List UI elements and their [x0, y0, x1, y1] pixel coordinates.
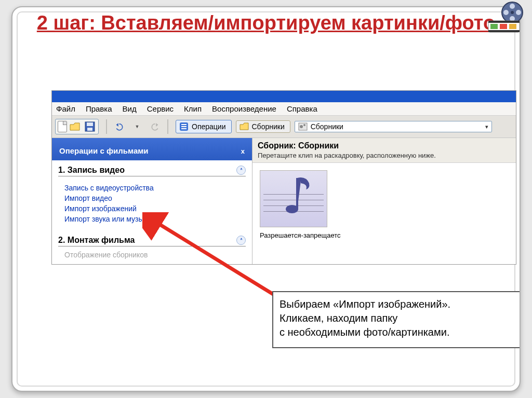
link-import-video[interactable]: Импорт видео: [64, 194, 240, 202]
section-label: Запись видео: [68, 166, 125, 174]
app-menubar: Файл Правка Вид Сервис Клип Воспроизведе…: [52, 102, 516, 116]
menu-edit[interactable]: Правка: [86, 104, 112, 113]
close-icon[interactable]: x: [241, 147, 245, 155]
svg-point-8: [300, 125, 303, 128]
menu-play[interactable]: Воспроизведение: [212, 104, 276, 113]
section-num-2: 2.: [58, 236, 65, 244]
svg-rect-20: [488, 21, 520, 23]
menu-clip[interactable]: Клип: [184, 104, 202, 113]
svg-point-14: [510, 4, 515, 9]
svg-rect-5: [181, 126, 187, 127]
svg-rect-11: [296, 178, 298, 209]
callout-line-2: Кликаем, находим папку: [280, 311, 514, 325]
collections-label: Сборники: [252, 122, 285, 131]
svg-rect-4: [181, 124, 187, 125]
collapse-icon-2[interactable]: ˄: [236, 236, 246, 245]
app-body: Операции с фильмами x 1. Запись видео ˄ …: [52, 138, 516, 264]
undo-dropdown-icon[interactable]: ▼: [131, 120, 143, 133]
svg-rect-6: [181, 128, 187, 129]
music-note-icon: [285, 174, 311, 215]
tasks-label: Операции: [192, 122, 226, 131]
svg-rect-21: [488, 30, 520, 32]
menu-file[interactable]: Файл: [56, 104, 75, 113]
link-import-images[interactable]: Импорт изображений: [64, 204, 240, 213]
tasks-pane: Операции с фильмами x 1. Запись видео ˄ …: [52, 138, 252, 264]
menu-tools[interactable]: Сервис: [147, 104, 174, 113]
app-toolbar: ▼ Операции Сборники Сборники ▾: [52, 116, 516, 138]
save-icon[interactable]: [84, 120, 96, 133]
link-import-audio[interactable]: Импорт звука или музыки: [64, 215, 240, 223]
svg-rect-24: [509, 24, 516, 29]
movie-maker-logo-icon: [486, 1, 527, 33]
music-clip-thumb[interactable]: [260, 170, 327, 227]
chevron-down-icon: ▾: [485, 123, 488, 130]
collapse-icon[interactable]: ˄: [236, 166, 246, 175]
section-num: 1.: [58, 166, 65, 174]
tasks-button[interactable]: Операции: [176, 120, 232, 133]
slide-title: 2 шаг: Вставляем/импортируем картинки/фо…: [12, 7, 520, 40]
collection-header: Сборник: Сборники Перетащите клип на рас…: [252, 138, 516, 163]
svg-rect-1: [87, 122, 93, 126]
tasks-list-icon: [179, 122, 189, 131]
svg-rect-22: [490, 24, 498, 29]
svg-rect-2: [87, 128, 92, 131]
collections-button[interactable]: Сборники: [236, 120, 290, 133]
link-capture-device[interactable]: Запись с видеоустройства: [64, 184, 240, 192]
task-section-edit: 2. Монтаж фильма ˄ Отображение сборников: [52, 235, 252, 264]
menu-view[interactable]: Вид: [123, 104, 137, 113]
collection-pane: Сборник: Сборники Перетащите клип на рас…: [252, 138, 516, 264]
svg-rect-23: [500, 24, 507, 29]
task-section-title-2: 2. Монтаж фильма ˄: [58, 236, 246, 246]
menu-help[interactable]: Справка: [287, 104, 317, 113]
tasks-pane-header: Операции с фильмами x: [52, 138, 252, 160]
instruction-callout: Выбираем «Импорт изображений». Кликаем, …: [272, 291, 521, 348]
redo-icon[interactable]: [148, 120, 160, 133]
svg-point-17: [503, 10, 509, 15]
film-roll-icon: [298, 122, 308, 131]
combo-value: Сборники: [311, 122, 343, 131]
svg-point-18: [511, 11, 514, 14]
slide-frame: 2 шаг: Вставляем/импортируем картинки/фо…: [11, 6, 521, 392]
callout-line-1: Выбираем «Импорт изображений».: [280, 297, 514, 311]
app-window: Файл Правка Вид Сервис Клип Воспроизведе…: [51, 90, 516, 265]
collection-content: Разрешается-запрещаетс: [252, 163, 516, 246]
tasks-pane-title: Операции с фильмами: [59, 146, 149, 155]
svg-point-9: [303, 124, 305, 126]
svg-point-15: [516, 10, 521, 15]
collection-title: Сборник: Сборники: [258, 141, 511, 150]
collection-subtitle: Перетащите клип на раскадровку, располож…: [258, 152, 511, 159]
folder-icon: [240, 122, 249, 131]
task-section-capture: 1. Запись видео ˄ Запись с видеоустройст…: [52, 160, 252, 235]
section-label-2: Монтаж фильма: [68, 236, 135, 244]
task-section-title: 1. Запись видео ˄: [58, 166, 246, 176]
undo-icon[interactable]: [114, 120, 127, 133]
app-titlebar: [52, 91, 516, 102]
new-document-icon[interactable]: [58, 121, 67, 132]
open-folder-icon[interactable]: [69, 120, 82, 133]
callout-line-3: с необходимыми фото/картинками.: [280, 325, 514, 339]
collections-combo[interactable]: Сборники ▾: [295, 121, 492, 132]
link-show-collections: Отображение сборников: [55, 250, 249, 260]
thumb-caption: Разрешается-запрещаетс: [260, 231, 509, 239]
task-links: Запись с видеоустройства Импорт видео Им…: [55, 180, 249, 230]
file-tool-group: [55, 119, 99, 134]
